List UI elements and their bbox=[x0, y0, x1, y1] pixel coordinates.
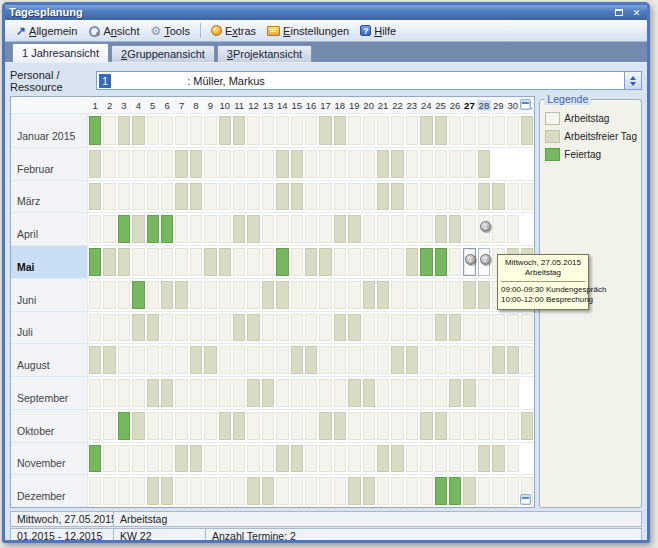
day-cell[interactable] bbox=[102, 213, 116, 245]
day-cell[interactable] bbox=[362, 344, 376, 376]
day-cell[interactable] bbox=[203, 279, 217, 311]
day-cell[interactable] bbox=[419, 213, 433, 245]
menu-tools[interactable]: ⚙Tools bbox=[145, 24, 194, 38]
day-cell[interactable] bbox=[405, 344, 419, 376]
day-cell[interactable] bbox=[88, 279, 102, 311]
day-cell[interactable] bbox=[189, 181, 203, 213]
close-button[interactable]: ✕ bbox=[630, 7, 643, 18]
day-cell[interactable] bbox=[405, 312, 419, 344]
day-cell[interactable] bbox=[232, 246, 246, 278]
tab-jahresansicht[interactable]: 1 Jahresansicht bbox=[12, 43, 109, 62]
day-cell[interactable] bbox=[88, 344, 102, 376]
day-cell[interactable] bbox=[218, 279, 232, 311]
day-cell[interactable] bbox=[174, 410, 188, 442]
day-cell[interactable] bbox=[203, 344, 217, 376]
day-cell[interactable] bbox=[275, 443, 289, 475]
day-cell[interactable] bbox=[318, 279, 332, 311]
day-cell[interactable] bbox=[131, 279, 145, 311]
day-cell[interactable] bbox=[506, 181, 520, 213]
day-cell[interactable] bbox=[261, 410, 275, 442]
day-cell[interactable] bbox=[232, 148, 246, 180]
day-cell[interactable] bbox=[160, 213, 174, 245]
menu-ansicht[interactable]: Ansicht bbox=[83, 24, 144, 38]
day-cell[interactable] bbox=[117, 148, 131, 180]
day-cell[interactable] bbox=[174, 114, 188, 147]
day-cell[interactable] bbox=[88, 377, 102, 409]
day-cell[interactable] bbox=[448, 148, 462, 180]
day-cell[interactable] bbox=[462, 443, 476, 475]
day-cell[interactable] bbox=[261, 181, 275, 213]
day-cell[interactable] bbox=[275, 410, 289, 442]
day-cell[interactable] bbox=[362, 181, 376, 213]
day-cell[interactable] bbox=[304, 181, 318, 213]
day-cell[interactable] bbox=[117, 246, 131, 278]
day-cell[interactable] bbox=[232, 377, 246, 409]
day-cell[interactable] bbox=[88, 148, 102, 180]
day-cell[interactable] bbox=[203, 410, 217, 442]
day-cell[interactable] bbox=[146, 443, 160, 475]
day-cell[interactable] bbox=[261, 148, 275, 180]
day-cell[interactable] bbox=[203, 181, 217, 213]
day-cell[interactable] bbox=[347, 279, 361, 311]
day-cell[interactable] bbox=[318, 181, 332, 213]
day-cell[interactable] bbox=[477, 410, 491, 442]
day-cell[interactable] bbox=[376, 344, 390, 376]
day-cell[interactable] bbox=[491, 213, 505, 245]
day-cell[interactable] bbox=[232, 443, 246, 475]
day-cell[interactable] bbox=[362, 312, 376, 344]
day-cell[interactable] bbox=[347, 443, 361, 475]
day-cell[interactable] bbox=[203, 246, 217, 278]
day-cell[interactable] bbox=[506, 443, 520, 475]
day-cell[interactable] bbox=[218, 312, 232, 344]
day-cell[interactable] bbox=[390, 246, 404, 278]
day-cell[interactable] bbox=[131, 475, 145, 507]
day-cell[interactable] bbox=[333, 148, 347, 180]
day-cell[interactable] bbox=[434, 377, 448, 409]
day-cell[interactable] bbox=[117, 213, 131, 245]
day-cell[interactable] bbox=[506, 312, 520, 344]
day-cell[interactable] bbox=[203, 443, 217, 475]
day-cell[interactable] bbox=[318, 312, 332, 344]
day-cell[interactable] bbox=[434, 114, 448, 147]
day-cell[interactable] bbox=[419, 312, 433, 344]
day-cell[interactable] bbox=[146, 410, 160, 442]
day-cell[interactable] bbox=[318, 475, 332, 507]
day-cell[interactable] bbox=[347, 377, 361, 409]
day-cell[interactable] bbox=[160, 410, 174, 442]
day-cell[interactable] bbox=[275, 246, 289, 278]
day-cell[interactable] bbox=[203, 312, 217, 344]
day-cell[interactable] bbox=[160, 443, 174, 475]
day-cell[interactable] bbox=[246, 443, 260, 475]
day-cell[interactable] bbox=[405, 475, 419, 507]
day-cell[interactable] bbox=[376, 279, 390, 311]
day-cell[interactable] bbox=[376, 475, 390, 507]
day-cell[interactable] bbox=[448, 312, 462, 344]
day-cell[interactable] bbox=[434, 443, 448, 475]
day-cell[interactable] bbox=[160, 475, 174, 507]
day-cell[interactable] bbox=[405, 246, 419, 278]
day-cell[interactable] bbox=[491, 410, 505, 442]
day-cell[interactable] bbox=[419, 114, 433, 147]
day-cell[interactable] bbox=[290, 410, 304, 442]
day-cell[interactable] bbox=[390, 410, 404, 442]
day-cell[interactable] bbox=[448, 377, 462, 409]
day-cell[interactable] bbox=[304, 312, 318, 344]
day-cell[interactable] bbox=[232, 213, 246, 245]
day-cell[interactable] bbox=[462, 181, 476, 213]
day-cell[interactable] bbox=[290, 475, 304, 507]
day-cell[interactable] bbox=[203, 475, 217, 507]
day-cell[interactable] bbox=[462, 213, 476, 245]
day-cell[interactable] bbox=[189, 312, 203, 344]
day-cell[interactable] bbox=[362, 443, 376, 475]
day-cell[interactable] bbox=[448, 246, 462, 278]
day-cell[interactable] bbox=[405, 410, 419, 442]
day-cell[interactable] bbox=[88, 213, 102, 245]
day-cell[interactable] bbox=[232, 181, 246, 213]
day-cell[interactable] bbox=[203, 377, 217, 409]
day-cell[interactable] bbox=[131, 410, 145, 442]
day-cell[interactable] bbox=[189, 114, 203, 147]
day-cell[interactable] bbox=[275, 377, 289, 409]
day-cell[interactable] bbox=[390, 148, 404, 180]
day-cell[interactable] bbox=[290, 181, 304, 213]
menu-hilfe[interactable]: ?Hilfe bbox=[355, 24, 401, 38]
